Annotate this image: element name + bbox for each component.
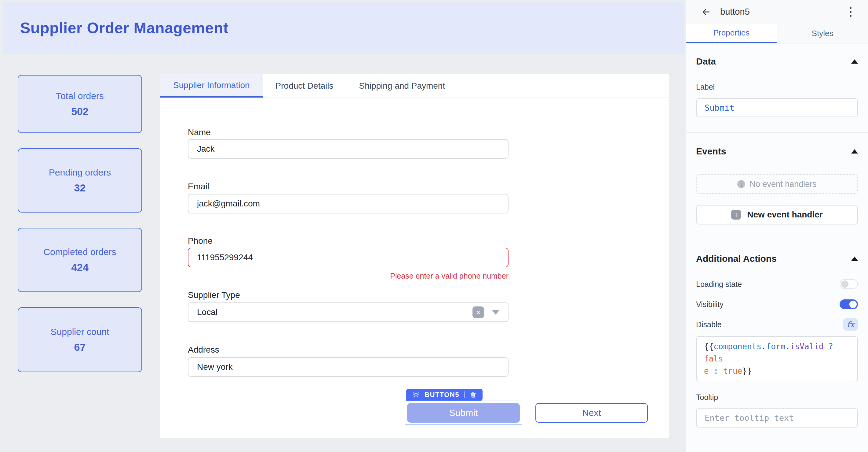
widget-selection-outline[interactable]: Submit [405,401,522,425]
form-widget: Supplier Information Product Details Shi… [160,74,669,438]
widget-name-label: BUTTON5 [425,391,459,399]
stat-card-supplier-count[interactable]: Supplier count 67 [18,307,142,372]
disable-code-editor[interactable]: {{components.form.isValid ? false : true… [696,336,858,382]
tab-properties[interactable]: Properties [686,24,777,43]
loading-state-label: Loading state [696,280,742,289]
supplier-type-select[interactable]: Local × [188,303,508,322]
stat-label: Pending orders [49,167,111,178]
address-input[interactable] [188,357,508,377]
app-canvas: Supplier Order Management Total orders 5… [0,0,686,452]
page-title: Supplier Order Management [3,19,228,37]
selected-component-name: button5 [720,7,847,17]
info-icon: i [737,180,745,188]
visibility-toggle[interactable] [840,300,858,309]
stat-value: 32 [74,182,86,194]
selected-widget-badge[interactable]: BUTTON5 [406,389,483,401]
tab-product-details[interactable]: Product Details [263,74,346,97]
gear-icon[interactable] [412,391,420,398]
visibility-row: Visibility [696,298,858,311]
form-tabs: Supplier Information Product Details Shi… [160,74,669,98]
section-divider [686,443,868,443]
label-value-input[interactable] [696,98,858,117]
address-label: Address [188,345,669,355]
loading-state-toggle[interactable] [840,279,858,289]
section-divider [686,240,868,240]
collapse-caret-icon[interactable] [851,149,858,153]
label-field-label: Label [696,83,858,91]
supplier-type-label: Supplier Type [188,290,669,300]
back-button[interactable] [700,6,712,18]
trash-icon[interactable] [470,391,476,398]
no-event-handlers-text: No event handlers [749,179,816,189]
chevron-down-icon[interactable] [492,310,499,315]
name-input[interactable] [188,139,508,159]
app-header: Supplier Order Management [3,2,684,54]
tooltip-label: Tooltip [696,393,858,402]
tab-styles[interactable]: Styles [777,24,868,43]
form-body: Name Email Phone Please enter a valid ph… [160,128,669,377]
collapse-caret-icon[interactable] [851,59,858,64]
additional-actions-section-header[interactable]: Additional Actions [696,254,858,264]
inspector-tabs: Properties Styles [686,24,868,44]
loading-state-row: Loading state [696,277,858,291]
name-label: Name [188,128,669,137]
supplier-type-value: Local [197,307,217,317]
fx-badge[interactable]: fx [843,318,858,331]
inspector-body: Data Label Events i No event handlers + … [686,56,868,452]
new-event-handler-button[interactable]: + New event handler [696,205,858,224]
events-section-header[interactable]: Events [696,146,858,157]
kebab-menu-icon[interactable] [847,5,854,19]
badge-divider [464,391,465,398]
stat-label: Supplier count [51,327,109,337]
tooltip-input[interactable] [696,408,858,427]
phone-validation-error: Please enter a valid phone number [188,272,508,280]
stat-label: Completed orders [43,247,116,257]
collapse-caret-icon[interactable] [851,257,858,261]
plus-icon: + [731,210,741,220]
stat-card-total-orders[interactable]: Total orders 502 [18,75,142,133]
phone-label: Phone [188,236,669,246]
stat-value: 67 [74,341,86,353]
inspector-header: button5 [686,0,868,24]
tab-supplier-information[interactable]: Supplier Information [160,74,263,97]
next-button[interactable]: Next [535,403,648,423]
phone-input[interactable] [188,248,508,267]
inspector-panel: button5 Properties Styles Data Label Eve… [686,0,868,452]
data-section-header[interactable]: Data [696,56,858,67]
disable-row: Disable fx [696,318,858,331]
no-event-handlers-box: i No event handlers [696,174,858,194]
stat-card-pending-orders[interactable]: Pending orders 32 [18,148,142,213]
disable-label: Disable [696,320,721,329]
email-input[interactable] [188,194,508,214]
tab-shipping-and-payment[interactable]: Shipping and Payment [346,74,458,97]
stat-label: Total orders [56,91,104,101]
stat-card-completed-orders[interactable]: Completed orders 424 [18,228,142,292]
arrow-left-icon [701,7,711,17]
submit-button[interactable]: Submit [407,403,520,423]
email-label: Email [188,182,669,192]
select-clear-icon[interactable]: × [472,306,484,318]
stat-value: 424 [71,261,89,274]
stat-value: 502 [71,106,89,117]
visibility-label: Visibility [696,300,723,309]
